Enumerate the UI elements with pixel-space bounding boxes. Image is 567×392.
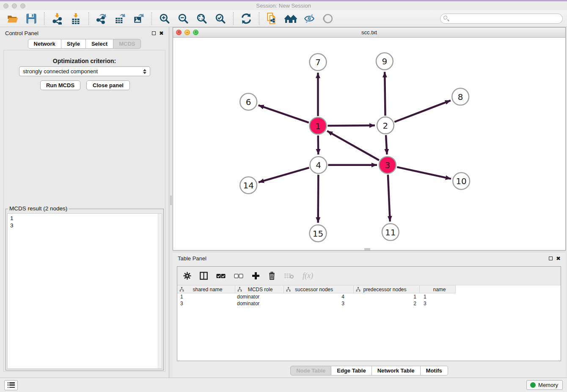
graph-node-1[interactable]: 1 bbox=[310, 117, 327, 134]
export-image-button[interactable] bbox=[132, 12, 145, 25]
graph-edge-2-8[interactable] bbox=[394, 100, 451, 122]
apply-function-button[interactable]: f(x) bbox=[303, 271, 313, 280]
column-header-successor-nodes[interactable]: successor nodes bbox=[284, 285, 354, 293]
zoom-selected-button[interactable] bbox=[214, 12, 227, 25]
hierarchy-icon bbox=[356, 287, 361, 292]
graph-node-4[interactable]: 4 bbox=[310, 157, 327, 174]
hierarchy-icon bbox=[237, 287, 242, 292]
tab-network[interactable]: Network bbox=[28, 39, 61, 49]
graph-node-9[interactable]: 9 bbox=[376, 53, 393, 70]
float-panel-icon[interactable] bbox=[152, 31, 156, 35]
graph-edge-3-1[interactable] bbox=[327, 131, 379, 160]
delete-row-button[interactable] bbox=[268, 272, 275, 280]
mcds-result-list[interactable]: 1 3 bbox=[7, 213, 162, 369]
mcds-result-group: MCDS result (2 nodes) 1 3 bbox=[6, 209, 164, 370]
search-icon bbox=[443, 16, 447, 19]
refresh-layout-button[interactable] bbox=[240, 12, 253, 25]
table-row[interactable]: 1 dominator 4 1 1 bbox=[177, 293, 561, 300]
tab-mcds[interactable]: MCDS bbox=[113, 39, 141, 49]
node-table-container: f(x) shared name MCDS role successor nod… bbox=[177, 266, 561, 361]
hide-style-button[interactable] bbox=[303, 12, 316, 25]
table-settings-button[interactable] bbox=[183, 272, 191, 280]
search-input[interactable] bbox=[440, 14, 563, 24]
network-window-titlebar[interactable]: ✕ − + scc.txt bbox=[173, 28, 565, 38]
panel-splitter[interactable] bbox=[169, 27, 173, 378]
optimization-criterion-select[interactable]: strongly connected component bbox=[19, 66, 150, 76]
close-panel-icon[interactable]: ✖ bbox=[159, 30, 164, 36]
delete-table-icon bbox=[284, 273, 294, 279]
column-header-mcds-role[interactable]: MCDS role bbox=[235, 285, 284, 293]
graph-node-10[interactable]: 10 bbox=[453, 173, 470, 190]
svg-text:6: 6 bbox=[246, 97, 251, 107]
import-table-button[interactable] bbox=[69, 12, 82, 25]
trash-icon bbox=[268, 272, 275, 280]
show-networks-button[interactable] bbox=[284, 12, 297, 25]
control-panel-title: Control Panel bbox=[5, 30, 39, 36]
table-header-row: shared name MCDS role successor nodes pr… bbox=[177, 285, 561, 293]
columns-icon bbox=[200, 272, 208, 280]
graph-edge-2-9[interactable] bbox=[385, 72, 385, 116]
memory-button[interactable]: Memory bbox=[526, 380, 563, 390]
cell-name: 1 bbox=[420, 293, 456, 300]
birdseye-view-button[interactable] bbox=[322, 12, 334, 25]
task-history-button[interactable] bbox=[4, 380, 18, 390]
column-header-predecessor-nodes[interactable]: predecessor nodes bbox=[354, 285, 420, 293]
add-row-button[interactable] bbox=[252, 272, 260, 280]
zoom-fit-button[interactable] bbox=[195, 12, 208, 25]
deselect-all-button[interactable] bbox=[234, 273, 243, 279]
close-table-panel-icon[interactable]: ✖ bbox=[556, 256, 561, 261]
graph-edge-1-2[interactable] bbox=[328, 125, 375, 126]
table-panel: Table Panel ✖ bbox=[173, 252, 566, 377]
tab-edge-table[interactable]: Edge Table bbox=[331, 366, 372, 375]
graph-node-2[interactable]: 2 bbox=[377, 117, 394, 134]
zoom-out-button[interactable] bbox=[177, 12, 190, 25]
eye-slash-icon bbox=[303, 13, 315, 24]
graph-edge-3-10[interactable] bbox=[397, 167, 451, 179]
tab-motifs[interactable]: Motifs bbox=[421, 366, 448, 375]
import-network-button[interactable] bbox=[51, 12, 63, 25]
splitter-grip[interactable] bbox=[170, 196, 172, 205]
graph-node-6[interactable]: 6 bbox=[240, 93, 257, 110]
network-canvas[interactable]: 7968124314101511 bbox=[173, 38, 565, 250]
graph-edge-4-15[interactable] bbox=[318, 175, 319, 223]
run-mcds-button[interactable]: Run MCDS bbox=[40, 80, 80, 90]
graph-edge-3-11[interactable] bbox=[388, 175, 390, 222]
select-all-button[interactable] bbox=[216, 273, 226, 279]
graph-node-7[interactable]: 7 bbox=[310, 54, 327, 71]
tab-node-table[interactable]: Node Table bbox=[290, 366, 331, 375]
toolbar-separator bbox=[44, 12, 44, 25]
clone-network-button[interactable] bbox=[266, 12, 278, 25]
table-panel-title: Table Panel bbox=[178, 255, 206, 262]
canvas-splitter-handle[interactable] bbox=[364, 248, 370, 250]
hierarchy-icon bbox=[179, 287, 184, 292]
tab-network-table[interactable]: Network Table bbox=[372, 366, 421, 375]
graph-node-8[interactable]: 8 bbox=[452, 88, 469, 105]
tab-style[interactable]: Style bbox=[61, 39, 86, 49]
graph-node-11[interactable]: 11 bbox=[382, 224, 399, 240]
column-header-shared-name[interactable]: shared name bbox=[177, 285, 235, 293]
result-scrollbar[interactable] bbox=[158, 214, 162, 368]
table-row[interactable]: 3 dominator 3 2 3 bbox=[177, 300, 561, 307]
cell-predecessor-nodes: 1 bbox=[354, 293, 420, 300]
graph-node-3[interactable]: 3 bbox=[379, 157, 396, 174]
show-columns-button[interactable] bbox=[200, 272, 208, 280]
optimization-criterion-label: Optimization criterion: bbox=[4, 58, 165, 64]
graph-node-14[interactable]: 14 bbox=[240, 177, 257, 194]
plus-icon bbox=[252, 272, 260, 280]
zoom-in-button[interactable] bbox=[158, 12, 171, 25]
open-session-button[interactable] bbox=[6, 12, 19, 25]
graph-edge-4-14[interactable] bbox=[259, 168, 309, 182]
tab-select[interactable]: Select bbox=[86, 39, 113, 49]
workspace: Control Panel ✖ Network Style Select MCD… bbox=[0, 27, 567, 378]
graph-node-15[interactable]: 15 bbox=[310, 225, 327, 242]
graph-edge-2-3[interactable] bbox=[386, 135, 387, 155]
delete-table-button[interactable] bbox=[284, 273, 294, 279]
float-table-panel-icon[interactable] bbox=[549, 257, 553, 260]
save-session-button[interactable] bbox=[25, 12, 38, 25]
close-panel-button[interactable]: Close panel bbox=[86, 80, 130, 90]
export-table-button[interactable] bbox=[114, 12, 127, 25]
column-header-name[interactable]: name bbox=[420, 285, 456, 293]
import-network-icon bbox=[51, 13, 63, 25]
export-network-button[interactable] bbox=[95, 12, 108, 25]
graph-edge-1-6[interactable] bbox=[259, 105, 309, 123]
